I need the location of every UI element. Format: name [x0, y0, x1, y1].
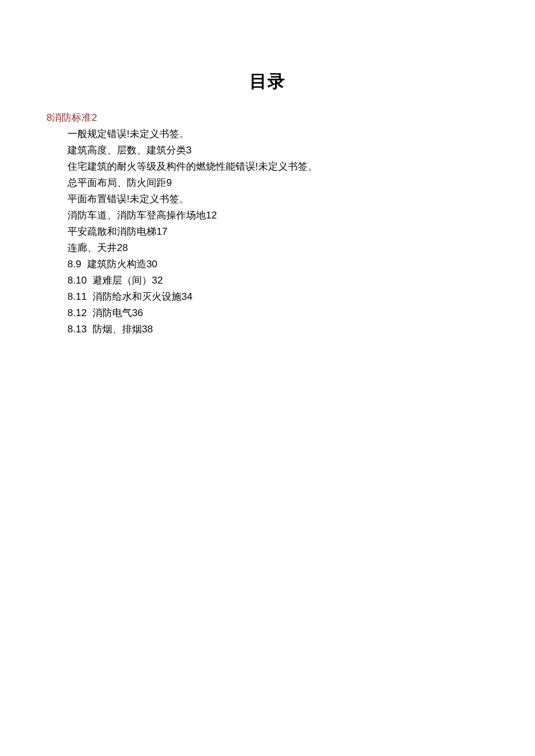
toc-entry-label: 平安疏散和消防电梯 — [67, 226, 156, 237]
chapter-label: 消防标准 — [52, 112, 91, 123]
toc-entry-prefix: 8.13 — [67, 324, 87, 335]
toc-entry[interactable]: 消防车道、消防车登高操作场地12 — [67, 207, 488, 224]
toc-entry-page: 12 — [206, 210, 217, 221]
toc-entry-page: 36 — [132, 307, 143, 318]
toc-entry-page: 错误!未定义书签。 — [236, 161, 318, 172]
toc-entry[interactable]: 8.9建筑防火构造30 — [67, 256, 488, 273]
chapter-page: 2 — [91, 112, 97, 123]
toc-entry-label: 防烟、排烟 — [92, 324, 142, 335]
toc-entry-label: 总平面布局、防火间距 — [67, 177, 166, 188]
page-title: 目录 — [47, 70, 488, 94]
toc-sub-list: 一般规定错误!未定义书签。 建筑高度、层数、建筑分类3 住宅建筑的耐火等级及构件… — [67, 126, 488, 338]
toc-entry[interactable]: 建筑高度、层数、建筑分类3 — [67, 142, 488, 159]
toc-entry-page: 17 — [156, 226, 167, 237]
toc-entry[interactable]: 8.13防烟、排烟38 — [67, 321, 488, 338]
toc-entry-page: 32 — [152, 275, 163, 286]
toc-entry[interactable]: 8.10避难层（间）32 — [67, 273, 488, 289]
toc-entry-page: 34 — [181, 291, 192, 302]
toc-entry-page: 错误!未定义书签。 — [107, 128, 189, 139]
toc-entry[interactable]: 平安疏散和消防电梯17 — [67, 224, 488, 240]
toc-entry[interactable]: 总平面布局、防火间距9 — [67, 175, 488, 191]
toc-entry-page: 错误!未定义书签。 — [107, 194, 189, 205]
toc-entry-label: 一般规定 — [67, 128, 107, 139]
toc-entry[interactable]: 连廊、天井28 — [67, 240, 488, 256]
toc-entry-page: 30 — [147, 259, 158, 270]
toc-entry[interactable]: 8.11消防给水和灭火设施34 — [67, 289, 488, 305]
toc-entry[interactable]: 平面布置错误!未定义书签。 — [67, 191, 488, 207]
toc-entry-label: 建筑高度、层数、建筑分类 — [67, 145, 186, 156]
toc-entry-label: 消防给水和灭火设施 — [92, 291, 181, 302]
toc-entry-page: 28 — [117, 242, 128, 253]
toc-chapter-line[interactable]: 8消防标准2 — [47, 110, 488, 126]
toc-entry-label: 住宅建筑的耐火等级及构件的燃烧性能 — [67, 161, 236, 172]
toc-entry-page: 38 — [142, 324, 153, 335]
document-page: 目录 8消防标准2 一般规定错误!未定义书签。 建筑高度、层数、建筑分类3 住宅… — [0, 0, 535, 756]
toc-entry[interactable]: 8.12消防电气36 — [67, 305, 488, 321]
toc-entry-prefix: 8.10 — [67, 275, 87, 286]
toc-entry-prefix: 8.11 — [67, 291, 87, 302]
toc-entry-prefix: 8.12 — [67, 307, 87, 318]
toc-entry-label: 平面布置 — [67, 194, 107, 205]
toc-entry[interactable]: 住宅建筑的耐火等级及构件的燃烧性能错误!未定义书签。 — [67, 159, 488, 175]
toc-entry-label: 消防车道、消防车登高操作场地 — [67, 210, 206, 221]
toc-entry-label: 建筑防火构造 — [87, 259, 147, 270]
toc-entry-label: 避难层（间） — [92, 275, 152, 286]
toc-entry-page: 3 — [186, 145, 191, 156]
toc-entry-prefix: 8.9 — [67, 259, 81, 270]
toc-entry-page: 9 — [166, 177, 172, 188]
toc-entry-label: 消防电气 — [92, 307, 132, 318]
toc-entry-label: 连廊、天井 — [67, 242, 117, 253]
toc-entry[interactable]: 一般规定错误!未定义书签。 — [67, 126, 488, 142]
